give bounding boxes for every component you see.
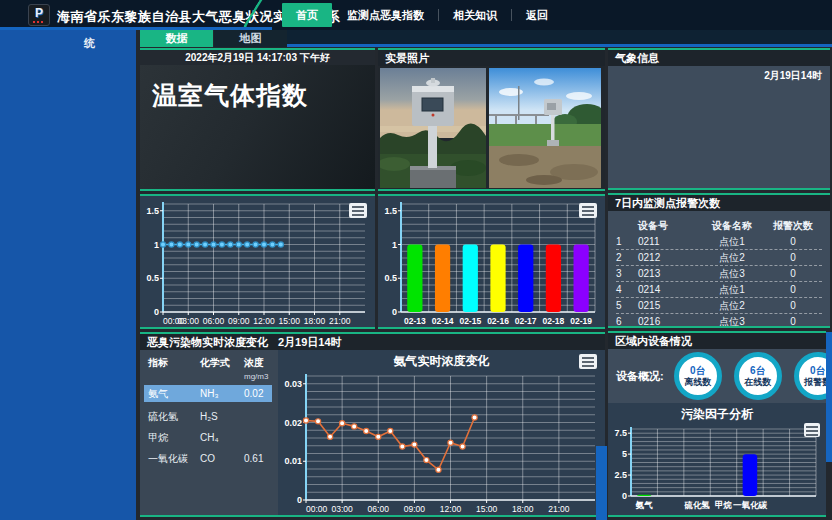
pollution-factor-chart: 02.557.5氨气硫化氢甲烷一氧化碳	[608, 421, 826, 515]
odor-row[interactable]: 甲烷CH₄	[148, 429, 272, 446]
odor-row[interactable]: 氨气NH₃0.02	[144, 385, 272, 402]
odor-row[interactable]: 硫化氢H₂S	[148, 408, 272, 425]
pollutant-formula: NH₃	[200, 385, 244, 402]
panel-alarm-table: 7日内监测点报警次数 设备号 设备名称 报警次数 10211点位1020212点…	[608, 193, 830, 328]
main-nav: 首页监测点恶臭指数相关知识返回	[282, 3, 562, 27]
alarm-count: 0	[764, 250, 822, 265]
device-count-label: 离线数	[684, 377, 711, 388]
svg-text:00:00: 00:00	[306, 504, 328, 514]
pollutant-formula: CH₄	[200, 429, 244, 446]
svg-text:03:00: 03:00	[178, 316, 200, 326]
svg-text:21:00: 21:00	[548, 504, 570, 514]
device-count: 0台	[810, 365, 826, 377]
panel-greenhouse-index: 2022年2月19日 14:17:03 下午好 温室气体指数	[140, 48, 375, 191]
chart-menu-icon[interactable]	[804, 423, 820, 437]
svg-text:09:00: 09:00	[404, 504, 426, 514]
pollutant-value	[244, 429, 278, 446]
svg-text:02-13: 02-13	[404, 316, 426, 326]
svg-text:1.5: 1.5	[384, 206, 397, 216]
alarm-count: 0	[764, 266, 822, 281]
device-id: 0213	[638, 266, 700, 281]
nav-item-0[interactable]: 首页	[282, 3, 332, 27]
col-concentration: 浓度 mg/m3	[244, 356, 278, 381]
chart-menu-icon[interactable]	[579, 203, 597, 218]
tab-map[interactable]: 地图	[214, 30, 287, 47]
svg-text:02-15: 02-15	[459, 316, 481, 326]
chart-menu-icon[interactable]	[579, 354, 597, 369]
site-photo-1	[380, 68, 486, 188]
pollutant-value: 0.02	[244, 385, 278, 402]
svg-text:06:00: 06:00	[203, 316, 225, 326]
col-alarm-count: 报警次数	[764, 217, 822, 234]
col-indicator: 指标	[148, 356, 200, 381]
device-circle-0: 0台离线数	[674, 352, 722, 400]
svg-text:硫化氢: 硫化氢	[683, 500, 710, 510]
svg-text:02-17: 02-17	[515, 316, 537, 326]
nav-item-2[interactable]: 相关知识	[439, 3, 511, 27]
odor-panel-title: 恶臭污染物实时浓度变化	[147, 334, 268, 350]
svg-text:氨气: 氨气	[635, 500, 654, 510]
device-count: 6台	[750, 365, 766, 377]
svg-text:12:00: 12:00	[253, 316, 275, 326]
device-name: 点位1	[700, 234, 764, 249]
ammonia-chart-section: 氨气实时浓度变化 00.010.020.0300:0003:0006:0009:…	[278, 350, 605, 517]
svg-text:5: 5	[622, 449, 627, 459]
nav-item-1[interactable]: 监测点恶臭指数	[333, 3, 438, 27]
device-overview: 设备概况: 0台离线数6台在线数0台报警数	[608, 349, 826, 403]
datetime-bar: 2022年2月19日 14:17:03 下午好	[140, 50, 375, 65]
app-logo-icon: P	[28, 4, 50, 26]
svg-text:15:00: 15:00	[476, 504, 498, 514]
pollutant-name: 一氧化碳	[148, 450, 200, 467]
title-wrap-char: 统	[84, 36, 95, 51]
device-count: 0台	[690, 365, 706, 377]
background-strip	[826, 332, 832, 462]
top-bar: P 海南省乐东黎族自治县大气恶臭状况实时发布系 首页监测点恶臭指数相关知识返回	[0, 0, 832, 30]
svg-text:0: 0	[154, 307, 159, 317]
tab-data[interactable]: 数据	[140, 30, 213, 47]
alarm-count: 0	[764, 234, 822, 249]
panel-greenhouse-trend-chart: 00.511.500:0003:0006:0009:0012:0015:0018…	[140, 194, 375, 329]
device-count-label: 报警数	[804, 377, 826, 388]
svg-text:0: 0	[622, 491, 627, 501]
weather-title: 气象信息	[615, 50, 659, 66]
pollutant-value	[244, 408, 278, 425]
svg-text:12:00: 12:00	[440, 504, 462, 514]
dashboard: P 海南省乐东黎族自治县大气恶臭状况实时发布系 首页监测点恶臭指数相关知识返回 …	[0, 0, 832, 520]
svg-text:0.02: 0.02	[284, 418, 302, 428]
chart-menu-icon[interactable]	[349, 203, 367, 218]
sidebar: 统	[0, 30, 136, 520]
svg-text:7.5: 7.5	[614, 428, 627, 438]
odor-table-body: 氨气NH₃0.02硫化氢H₂S甲烷CH₄一氧化碳CO0.61	[148, 385, 272, 467]
table-row: 60216点位30	[616, 314, 822, 328]
nav-item-3[interactable]: 返回	[512, 3, 562, 27]
panel-devices: 区域内设备情况 设备概况: 0台离线数6台在线数0台报警数 污染因子分析 02.…	[608, 331, 826, 517]
pollution-factor-section: 污染因子分析 02.557.5氨气硫化氢甲烷一氧化碳	[608, 403, 826, 515]
devices-title: 区域内设备情况	[615, 333, 692, 349]
greenhouse-trend-chart: 00.511.500:0003:0006:0009:0012:0015:0018…	[140, 196, 375, 327]
alarm-count: 0	[764, 282, 822, 297]
col-formula: 化学式	[200, 356, 244, 381]
odor-row[interactable]: 一氧化碳CO0.61	[148, 450, 272, 467]
device-status-circles: 0台离线数6台在线数0台报警数	[674, 352, 826, 400]
svg-text:02-16: 02-16	[487, 316, 509, 326]
tab-bar-filler	[287, 30, 832, 47]
svg-text:18:00: 18:00	[512, 504, 534, 514]
svg-text:0.5: 0.5	[146, 273, 159, 283]
svg-text:2.5: 2.5	[614, 470, 627, 480]
table-row: 20212点位20	[616, 250, 822, 266]
svg-text:09:00: 09:00	[228, 316, 250, 326]
pollutant-name: 氨气	[148, 385, 200, 402]
col-device-name: 设备名称	[700, 217, 764, 234]
svg-text:0: 0	[392, 307, 397, 317]
table-row: 30213点位30	[616, 266, 822, 282]
svg-text:02-14: 02-14	[432, 316, 454, 326]
concentration-unit: mg/m3	[244, 372, 268, 381]
device-count-label: 在线数	[744, 377, 771, 388]
pollutant-value: 0.61	[244, 450, 278, 467]
svg-text:甲烷: 甲烷	[715, 500, 733, 510]
device-id: 0215	[638, 298, 700, 313]
pollutant-name: 硫化氢	[148, 408, 200, 425]
device-name: 点位2	[700, 298, 764, 313]
weather-body: 2月19日14时	[608, 66, 830, 188]
device-circle-2: 0台报警数	[794, 352, 826, 400]
